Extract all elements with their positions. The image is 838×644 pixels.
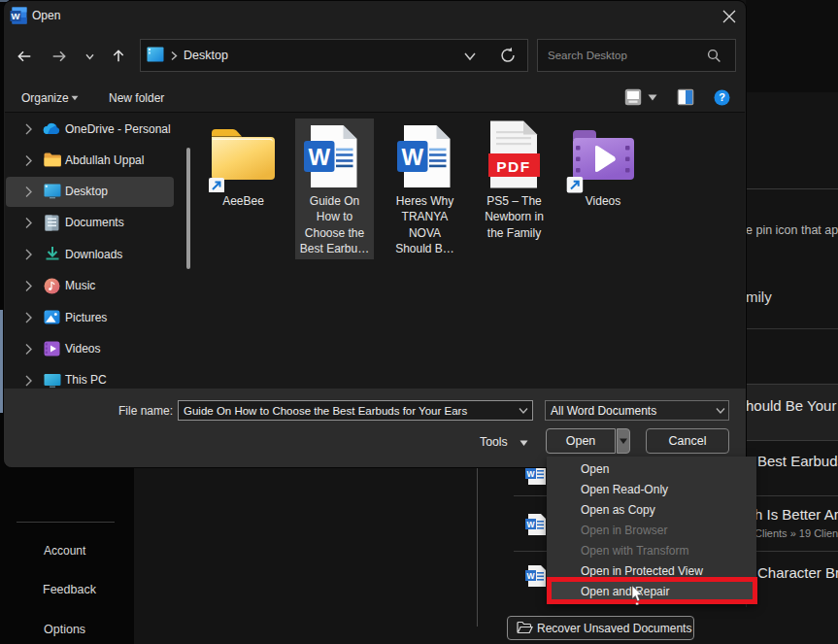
svg-text:W: W	[526, 520, 535, 529]
svg-text:W: W	[308, 144, 330, 170]
svg-text:W: W	[12, 11, 20, 21]
svg-text:?: ?	[719, 91, 725, 103]
svg-text:W: W	[401, 144, 423, 170]
svg-text:W: W	[526, 469, 535, 479]
svg-text:W: W	[526, 571, 535, 581]
svg-text:PDF: PDF	[496, 158, 531, 175]
